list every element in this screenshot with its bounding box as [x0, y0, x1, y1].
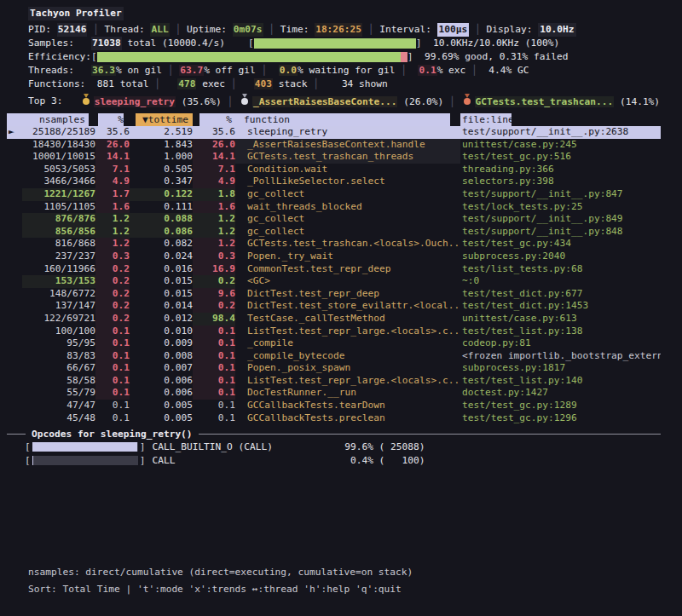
column-header-function[interactable]: function — [235, 113, 450, 126]
table-row[interactable]: 876/8761.20.0881.2gc_collecttest/support… — [7, 213, 661, 226]
table-row[interactable]: 237/2370.30.0240.3Popen._try_waitsubproc… — [7, 250, 661, 263]
cell-direct-pct: 0.2 — [95, 263, 130, 276]
cell-nsamples: 1105/1105 — [22, 201, 95, 214]
cell-direct-pct: 0.1 — [95, 362, 130, 375]
table-row[interactable]: 83/830.10.0080.1_compile_bytecode<frozen… — [7, 350, 661, 363]
cell-function: DictTest.test_repr_deep — [235, 288, 460, 301]
cell-cumulative-pct: 0.1 — [193, 387, 235, 400]
table-row[interactable]: 95/950.10.0090.1_compilecodeop.py:81 — [7, 337, 661, 350]
opcode-row: []CALL0.4% ( 100) — [7, 453, 682, 467]
cell-tottime: 0.008 — [130, 350, 193, 363]
cell-direct-pct: 0.1 — [95, 325, 130, 338]
stat-label: Display: — [487, 23, 539, 37]
table-row[interactable]: 856/8561.20.0861.2gc_collecttest/support… — [7, 226, 661, 239]
cell-nsamples: 25188/25189 — [22, 126, 95, 139]
table-row-selected[interactable]: ►25188/2518935.62.51935.6sleeping_retryt… — [7, 126, 661, 139]
table-row[interactable]: 148/67720.20.0159.6DictTest.test_repr_de… — [7, 288, 661, 301]
table-row[interactable]: 153/1530.20.0150.2<GC>~:0 — [7, 275, 661, 288]
samples-count: 71038 — [91, 37, 122, 50]
cell-direct-pct: 1.6 — [95, 201, 130, 214]
table-row[interactable]: 10001/1001514.11.00014.1GCTests.test_tra… — [7, 151, 661, 164]
cell-file-line: doctest.py:1427 — [460, 387, 661, 400]
cell-nsamples: 95/95 — [22, 337, 95, 350]
table-row[interactable]: 100/1000.10.0100.1ListTest.test_repr_lar… — [7, 325, 661, 338]
table-row[interactable]: 47/470.10.0050.1GCCallbackTests.tearDown… — [7, 400, 661, 412]
cell-file-line: test/test_gc.py:516 — [460, 151, 661, 164]
cell-function: _PollLikeSelector.select — [235, 176, 460, 188]
stat-label: PID: — [28, 23, 57, 37]
cell-function: _compile_bytecode — [235, 350, 460, 363]
cell-cumulative-pct: 0.2 — [193, 300, 235, 313]
stat-value: 0m07s — [233, 23, 263, 37]
cell-function: CommonTest.test_repr_deep — [235, 263, 460, 276]
cell-function: Condition.wait — [235, 164, 460, 176]
table-row[interactable]: 1221/12671.70.1221.8gc_collecttest/suppo… — [7, 188, 661, 201]
cell-nsamples: 237/237 — [22, 250, 95, 263]
stat-value: 100µs — [437, 23, 470, 37]
top3-label: Top 3: — [28, 95, 62, 108]
table-row[interactable]: 45/480.10.0050.1GCCallbackTests.preclean… — [7, 412, 661, 425]
table-row[interactable]: 137/1470.20.0140.2DictTest.test_store_ev… — [7, 300, 661, 313]
column-header-file-line[interactable]: file:line — [460, 113, 512, 126]
table-row[interactable]: 122/697210.20.01298.4TestCase._callTestM… — [7, 313, 661, 325]
cell-tottime: 2.519 — [130, 126, 193, 139]
cell-function: ListTest.test_repr_large.<locals>.c... — [235, 325, 460, 338]
opcode-pct: 0.4% ( 100) — [338, 455, 425, 466]
cell-tottime: 0.007 — [130, 362, 193, 375]
separator: │ — [263, 23, 280, 37]
cell-tottime: 0.086 — [130, 226, 193, 239]
cell-nsamples: 10001/10015 — [22, 151, 95, 164]
cell-tottime: 0.082 — [130, 238, 193, 250]
arrow-slot — [7, 164, 22, 176]
gold-medal-icon — [82, 94, 90, 105]
separator: │ — [162, 65, 179, 76]
separator: │ — [362, 23, 379, 37]
table-row[interactable]: 160/119660.20.01616.9CommonTest.test_rep… — [7, 263, 661, 276]
table-row[interactable]: 3466/34664.90.3474.9_PollLikeSelector.se… — [7, 176, 661, 188]
stat-value: 0.0 — [279, 65, 298, 76]
cell-function: ListTest.test_repr_large.<locals>.c... — [235, 375, 460, 388]
column-header-nsamples[interactable]: nsamples — [7, 113, 89, 126]
arrow-slot — [7, 337, 22, 350]
function-table: ►25188/2518935.62.51935.6sleeping_retryt… — [7, 126, 682, 424]
column-header-tottime-sorted[interactable]: ▼tottime — [136, 113, 193, 126]
stat-label: Time: — [280, 23, 315, 37]
table-row[interactable]: 5053/50537.10.5057.1Condition.waitthread… — [7, 164, 661, 176]
footer: nsamples: direct/cumulative (direct=exec… — [28, 564, 413, 598]
separator: │ — [256, 65, 273, 76]
table-row[interactable]: 816/8681.20.0821.2GCTests.test_trashcan.… — [7, 238, 661, 250]
opcode-frequency-bar — [32, 456, 138, 465]
cell-file-line: test/test_dict.py:677 — [460, 288, 661, 301]
cell-nsamples: 100/100 — [22, 325, 95, 338]
cell-tottime: 0.015 — [130, 288, 193, 301]
column-header-cumulative-pct[interactable]: % — [199, 113, 235, 126]
functions-line: Functions: 881 total │ 478 exec │ 403 st… — [28, 78, 682, 91]
cell-function: _compile — [235, 337, 460, 350]
table-row[interactable]: 55/790.10.0060.1DocTestRunner.__rundocte… — [7, 387, 661, 400]
cell-tottime: 0.010 — [130, 325, 193, 338]
cell-nsamples: 83/83 — [22, 350, 95, 363]
cell-direct-pct: 0.1 — [95, 387, 130, 400]
cell-tottime: 0.088 — [130, 213, 193, 226]
table-row[interactable]: 1105/11051.60.1111.6wait_threads_blocked… — [7, 201, 661, 214]
cell-cumulative-pct: 14.1 — [193, 151, 235, 164]
arrow-slot — [7, 250, 22, 263]
stat-label: Uptime: — [187, 23, 233, 37]
table-row[interactable]: 58/580.10.0060.1ListTest.test_repr_large… — [7, 375, 661, 388]
stat-value: 63.7 — [179, 65, 204, 76]
cell-function: gc_collect — [235, 226, 460, 239]
cell-direct-pct: 14.1 — [95, 151, 130, 164]
cell-cumulative-pct: 16.9 — [193, 263, 235, 276]
separator: │ — [222, 96, 239, 107]
cell-tottime: 0.006 — [130, 375, 193, 388]
table-row[interactable]: 18430/1843026.01.84326.0_AssertRaisesBas… — [7, 139, 661, 152]
table-row[interactable]: 66/670.10.0070.1Popen._posix_spawnsubpro… — [7, 362, 661, 375]
cell-direct-pct: 4.9 — [95, 176, 130, 188]
cell-cumulative-pct: 4.9 — [193, 176, 235, 188]
cell-function: GCTests.test_trashcan.<locals>.Ouch... — [235, 238, 460, 250]
header-section: Tachyon Profiler PID: 52146 │ Thread: AL… — [7, 7, 682, 108]
functions-label: Functions: — [28, 78, 85, 91]
arrow-slot — [7, 139, 22, 152]
column-header-direct-pct[interactable]: % — [98, 113, 124, 126]
cell-file-line: test/test_gc.py:1296 — [460, 412, 661, 425]
